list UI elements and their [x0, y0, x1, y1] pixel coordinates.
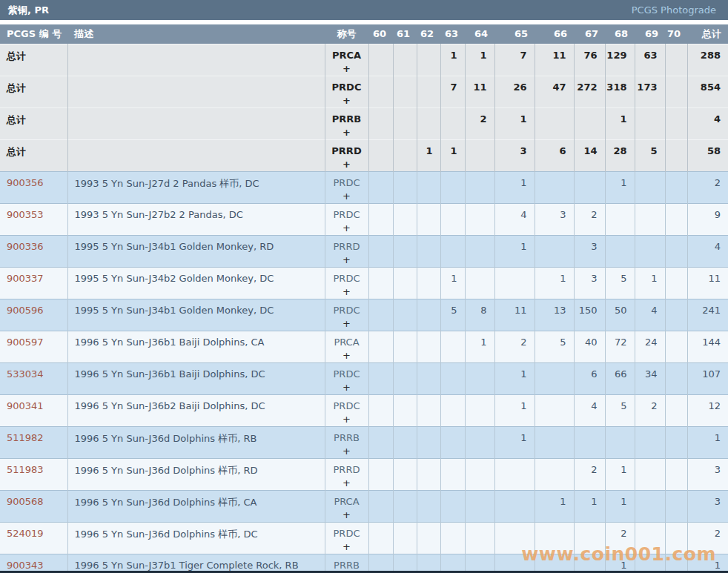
grade-64-cell: 11	[465, 76, 494, 107]
pcgs-number-link[interactable]: 900353	[7, 209, 44, 220]
description-cell: 1993 5 Yn Sun-J27d 2 Pandas 样币, DC	[67, 171, 325, 203]
designation-cell: PRRD+	[325, 458, 368, 490]
pcgs-number-cell: 900337	[0, 267, 67, 299]
header-grade-63: 63	[440, 24, 465, 44]
grade-66-cell	[535, 362, 574, 394]
header-grade-61: 61	[393, 24, 417, 44]
grade-62-cell	[417, 331, 440, 362]
grade-61-cell	[393, 171, 417, 203]
grade-61-cell	[393, 107, 417, 139]
grade-69-cell: 2	[635, 394, 665, 426]
grade-67-cell: 76	[574, 44, 605, 76]
grade-64-cell	[465, 362, 494, 394]
header-grade-65: 65	[494, 24, 535, 44]
row-total-cell: 11	[687, 267, 728, 299]
row-total-cell: 107	[687, 362, 728, 394]
grade-64-cell	[465, 490, 494, 522]
grade-66-cell	[535, 426, 574, 458]
grade-69-cell	[635, 458, 665, 490]
grade-64-cell	[465, 522, 494, 554]
designation-code: PRRB	[325, 113, 368, 126]
grade-70-cell	[665, 76, 687, 107]
designation-cell: PRDC+	[325, 203, 368, 235]
grade-70-cell	[665, 522, 687, 554]
table-row: 5240191996 5 Yn Sun-J36d Dolphins 样币, DC…	[0, 522, 728, 554]
grade-70-cell	[665, 299, 687, 331]
pcgs-number-link[interactable]: 900597	[7, 337, 44, 348]
description-cell: 1996 5 Yn Sun-J36d Dolphins 样币, RB	[67, 426, 325, 458]
designation-code: PRDC	[325, 400, 368, 413]
grade-68-cell	[605, 203, 635, 235]
grade-68-cell: 2	[605, 522, 635, 554]
grade-65-cell: 4	[494, 203, 535, 235]
grade-64-cell	[465, 394, 494, 426]
designation-cell: PRCA+	[325, 44, 368, 76]
designation-code: PRDC	[325, 272, 368, 285]
row-total-cell: 12	[687, 394, 728, 426]
pcgs-number-link[interactable]: 900343	[7, 560, 44, 571]
grade-70-cell	[665, 394, 687, 426]
pcgs-number-cell: 900341	[0, 394, 67, 426]
designation-code: PRRD	[325, 463, 368, 477]
pcgs-number-link[interactable]: 533034	[7, 368, 44, 380]
designation-cell: PRDC+	[325, 394, 368, 426]
grade-64-cell: 1	[465, 331, 494, 362]
grade-63-cell	[440, 235, 465, 267]
designation-cell: PRCA+	[325, 490, 368, 522]
grade-65-cell: 1	[494, 394, 535, 426]
grade-67-cell: 2	[574, 203, 605, 235]
pcgs-number-link[interactable]: 900568	[7, 496, 44, 507]
grade-60-cell	[368, 394, 393, 426]
pcgs-number-link[interactable]: 524019	[7, 528, 44, 539]
grade-69-cell: 173	[635, 76, 665, 107]
grade-63-cell	[440, 394, 465, 426]
designation-cell: PRRB+	[325, 107, 368, 139]
designation-plus: +	[325, 62, 368, 76]
grade-66-cell	[535, 394, 574, 426]
pcgs-number-link[interactable]: 511982	[7, 432, 44, 443]
designation-plus: +	[325, 349, 368, 362]
grade-65-cell: 1	[494, 107, 535, 139]
pcgs-number-link[interactable]: 511983	[7, 464, 44, 475]
designation-cell: PRDC+	[325, 362, 368, 394]
grade-67-cell	[574, 171, 605, 203]
pcgs-number-cell: 总计	[0, 76, 67, 107]
header-grade-69: 69	[635, 24, 665, 44]
pcgs-number-link[interactable]: 900337	[7, 273, 44, 284]
grade-69-cell: 24	[635, 331, 665, 362]
description-cell: 1993 5 Yn Sun-J27b2 2 Pandas, DC	[67, 203, 325, 235]
designation-code: PRRD	[325, 240, 368, 254]
pcgs-number-cell: 524019	[0, 522, 67, 554]
photograde-link[interactable]: PCGS Photograde	[632, 4, 716, 16]
description-cell: 1996 5 Yn Sun-J36b1 Baiji Dolphins, DC	[67, 362, 325, 394]
table-row: 5119821996 5 Yn Sun-J36d Dolphins 样币, RB…	[0, 426, 728, 458]
header-pcgs-number: PCGS 编 号	[0, 24, 67, 44]
grade-69-cell	[635, 426, 665, 458]
pcgs-number-link[interactable]: 900356	[7, 177, 44, 188]
designation-cell: PRDC+	[325, 522, 368, 554]
grade-69-cell	[635, 171, 665, 203]
grade-64-cell: 8	[465, 299, 494, 331]
grade-68-cell: 28	[605, 139, 635, 171]
grade-67-cell: 1	[574, 490, 605, 522]
designation-code: PRDC	[325, 208, 368, 222]
grade-64-cell	[465, 235, 494, 267]
description-cell: 1996 5 Yn Sun-J36b2 Baiji Dolphins, DC	[67, 394, 325, 426]
designation-code: PRDC	[325, 176, 368, 190]
grade-66-cell: 13	[535, 299, 574, 331]
population-report-page: 紫铜, PR PCGS Photograde PCGS 编 号 描述 称号 60…	[0, 0, 728, 573]
total-row: 总计PRDC+7112647272318173854	[0, 76, 728, 107]
pcgs-number-link[interactable]: 900336	[7, 241, 44, 252]
table-row: 9005971996 5 Yn Sun-J36b1 Baiji Dolphins…	[0, 331, 728, 362]
pcgs-number-link[interactable]: 900596	[7, 305, 44, 316]
grade-67-cell: 4	[574, 394, 605, 426]
grade-62-cell	[417, 426, 440, 458]
grade-67-cell: 150	[574, 299, 605, 331]
description-cell: 1995 5 Yn Sun-J34b1 Golden Monkey, DC	[67, 299, 325, 331]
description-cell: 1996 5 Yn Sun-J36d Dolphins 样币, DC	[67, 522, 325, 554]
grade-68-cell: 66	[605, 362, 635, 394]
pcgs-number-link[interactable]: 900341	[7, 400, 44, 411]
grade-66-cell	[535, 171, 574, 203]
designation-code: PRDC	[325, 81, 368, 94]
section-title-bar: 紫铜, PR PCGS Photograde	[0, 0, 728, 20]
